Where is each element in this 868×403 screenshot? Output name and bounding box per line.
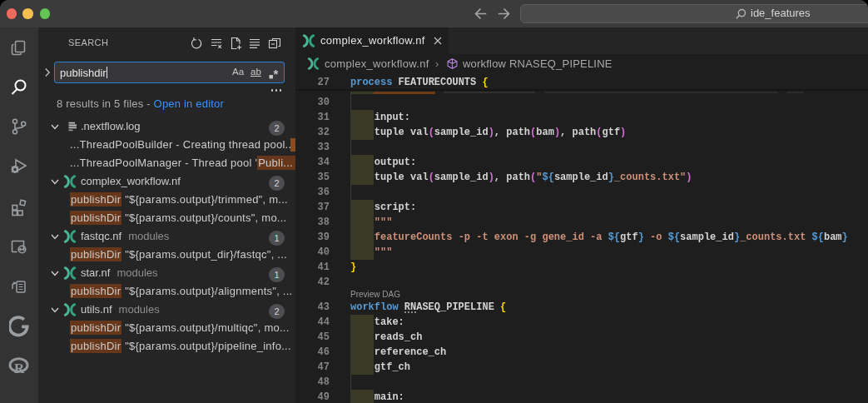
svg-text:R: R xyxy=(14,361,25,376)
